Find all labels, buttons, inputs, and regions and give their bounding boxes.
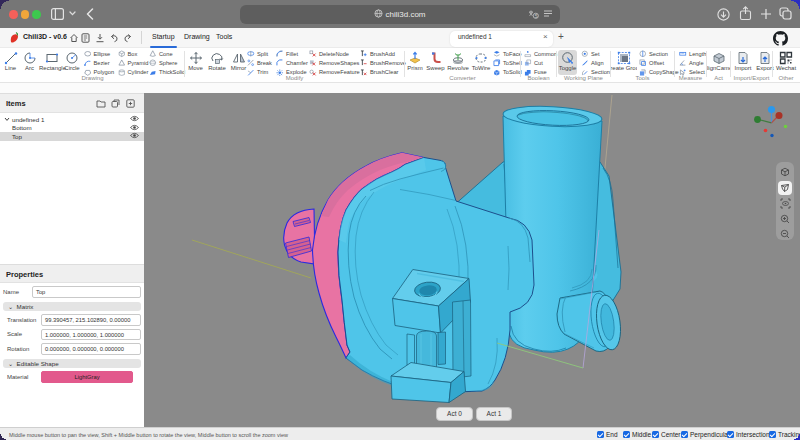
svg-text:5: 5: [535, 13, 538, 19]
